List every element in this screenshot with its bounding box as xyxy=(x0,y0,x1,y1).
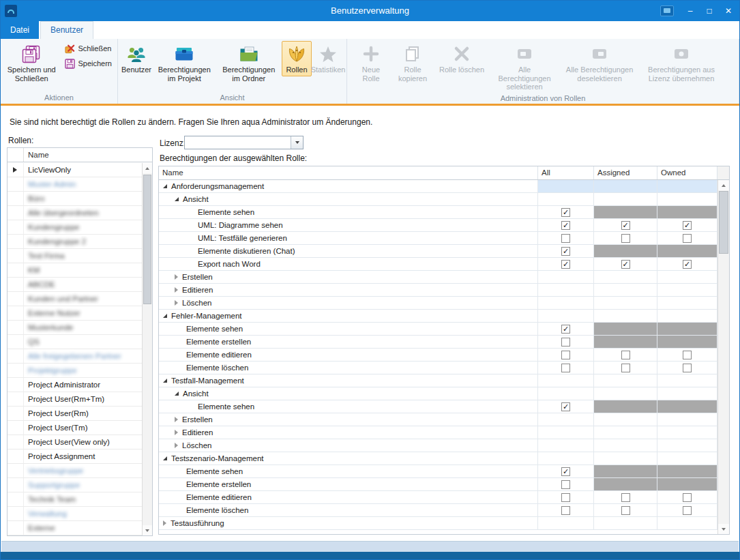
role-list-item[interactable]: Externe Nutzer xyxy=(8,306,142,321)
checkbox-unchecked[interactable] xyxy=(561,506,570,515)
roles-scrollbar[interactable] xyxy=(142,163,152,535)
collapse-arrow-icon[interactable] xyxy=(175,392,179,396)
permission-row[interactable]: Testszenario-Management xyxy=(159,452,717,465)
checkbox-unchecked[interactable] xyxy=(621,493,630,502)
role-list-item[interactable]: Project Assignment xyxy=(8,450,142,464)
role-list-item[interactable]: Test Firma xyxy=(8,249,142,263)
checkbox-unchecked[interactable] xyxy=(561,338,570,347)
permission-row[interactable]: Erstellen xyxy=(159,413,717,426)
role-list-item[interactable]: Project User(Tm) xyxy=(8,421,142,435)
permission-row[interactable]: Elemente löschen xyxy=(159,362,717,374)
checkbox-unchecked[interactable] xyxy=(683,493,692,502)
scroll-down-icon[interactable] xyxy=(718,524,729,534)
save-button[interactable]: Speichern xyxy=(62,56,115,71)
tab-datei[interactable]: Datei xyxy=(1,21,39,39)
permission-row[interactable]: Editieren xyxy=(159,284,717,297)
column-header-owned[interactable]: Owned xyxy=(657,166,717,179)
checkbox-checked[interactable]: ✓ xyxy=(561,402,570,411)
permission-row[interactable]: Editieren xyxy=(159,426,717,439)
collapse-arrow-icon[interactable] xyxy=(175,197,179,201)
checkbox-unchecked[interactable] xyxy=(683,351,692,359)
checkbox-unchecked[interactable] xyxy=(621,506,630,515)
role-list-item[interactable]: Muster Admin xyxy=(8,177,142,192)
collapse-arrow-icon[interactable] xyxy=(163,184,167,188)
expand-arrow-icon[interactable] xyxy=(175,417,178,422)
role-list-item[interactable]: Kundengruppe xyxy=(8,220,142,235)
expand-arrow-icon[interactable] xyxy=(175,274,178,280)
role-list-item[interactable]: Project User(Rm) xyxy=(8,407,142,421)
expand-arrow-icon[interactable] xyxy=(175,287,178,293)
scroll-up-icon[interactable] xyxy=(143,163,152,173)
permission-row[interactable]: Elemente erstellen xyxy=(159,336,717,349)
permission-row[interactable]: Löschen xyxy=(159,297,717,310)
role-list-item[interactable]: Verwaltung xyxy=(8,507,142,521)
permission-row[interactable]: Fehler-Management xyxy=(159,310,717,323)
role-list-item[interactable]: Musterkunde xyxy=(8,321,142,335)
checkbox-checked[interactable]: ✓ xyxy=(561,325,570,334)
role-list-item[interactable]: Supportgruppe xyxy=(8,478,142,492)
permission-row[interactable]: Ansicht xyxy=(159,387,717,400)
tab-benutzer[interactable]: Benutzer xyxy=(40,21,93,39)
checkbox-unchecked[interactable] xyxy=(561,493,570,502)
ribbon-button-rollen[interactable]: Rollen xyxy=(282,41,312,76)
checkbox-checked[interactable]: ✓ xyxy=(561,208,570,217)
checkbox-unchecked[interactable] xyxy=(561,351,570,359)
role-list-item[interactable]: Kundengruppe 2 xyxy=(8,235,142,249)
checkbox-checked[interactable]: ✓ xyxy=(561,467,570,476)
expand-arrow-icon[interactable] xyxy=(175,443,178,448)
checkbox-checked[interactable]: ✓ xyxy=(621,260,630,269)
license-dropdown[interactable] xyxy=(184,136,304,149)
maximize-button[interactable]: □ xyxy=(700,1,719,21)
collapse-arrow-icon[interactable] xyxy=(163,456,167,460)
permission-row[interactable]: Ansicht xyxy=(159,193,717,206)
expand-arrow-icon[interactable] xyxy=(175,430,178,435)
checkbox-unchecked[interactable] xyxy=(621,364,630,372)
permission-row[interactable]: Löschen xyxy=(159,439,717,452)
role-list-item[interactable]: Project Administrator xyxy=(8,378,142,392)
checkbox-unchecked[interactable] xyxy=(683,364,692,372)
collapse-arrow-icon[interactable] xyxy=(163,379,167,383)
permission-row[interactable]: Elemente editieren xyxy=(159,491,717,504)
role-list-item[interactable]: Kunden und Partner xyxy=(8,292,142,306)
close-window-button[interactable]: Schließen xyxy=(62,41,115,56)
scroll-up-icon[interactable] xyxy=(718,180,729,190)
close-button[interactable]: ✕ xyxy=(719,1,738,21)
checkbox-unchecked[interactable] xyxy=(561,234,570,243)
permission-row[interactable]: Anforderungsmanagement xyxy=(159,180,717,193)
titlebar-style-button[interactable] xyxy=(660,5,674,16)
checkbox-checked[interactable]: ✓ xyxy=(561,221,570,230)
permission-row[interactable]: Elemente sehen✓ xyxy=(159,400,717,413)
permission-row[interactable]: Elemente editieren xyxy=(159,349,717,362)
permission-row[interactable]: Elemente löschen xyxy=(159,504,717,517)
checkbox-unchecked[interactable] xyxy=(561,480,570,489)
scroll-thumb[interactable] xyxy=(143,175,151,304)
permissions-scrollbar[interactable] xyxy=(717,180,729,534)
permission-row[interactable]: Testausführung xyxy=(159,517,717,530)
scroll-down-icon[interactable] xyxy=(143,525,152,535)
checkbox-checked[interactable]: ✓ xyxy=(683,260,692,269)
permission-row[interactable]: Erstellen xyxy=(159,271,717,284)
column-header-name[interactable]: Name xyxy=(159,166,538,179)
column-header-assigned[interactable]: Assigned xyxy=(594,166,657,179)
permission-row[interactable]: UML: Diagramme sehen✓✓✓ xyxy=(159,219,717,232)
role-list-item[interactable]: Alle übergeordneten xyxy=(8,206,142,220)
permission-row[interactable]: Export nach Word✓✓✓ xyxy=(159,258,717,271)
permission-row[interactable]: Elemente diskutieren (Chat)✓ xyxy=(159,245,717,258)
expand-arrow-icon[interactable] xyxy=(175,300,178,306)
permission-row[interactable]: Testfall-Management xyxy=(159,374,717,387)
checkbox-unchecked[interactable] xyxy=(561,364,570,372)
expand-arrow-icon[interactable] xyxy=(163,520,166,526)
checkbox-unchecked[interactable] xyxy=(683,234,692,243)
ribbon-button-benutzer[interactable]: Benutzer xyxy=(121,41,151,76)
role-list-item[interactable]: Externe xyxy=(8,521,142,535)
roles-name-column-header[interactable]: Name xyxy=(24,148,152,162)
permission-row[interactable]: Elemente sehen✓ xyxy=(159,465,717,478)
checkbox-checked[interactable]: ✓ xyxy=(561,247,570,256)
role-list-item[interactable]: Büro xyxy=(8,192,142,206)
ribbon-button-berechtigungen-im-projekt[interactable]: Berechtigungen im Projekt xyxy=(153,41,216,85)
checkbox-unchecked[interactable] xyxy=(621,351,630,359)
collapse-arrow-icon[interactable] xyxy=(163,314,167,318)
role-list-item[interactable]: KM xyxy=(8,263,142,278)
checkbox-unchecked[interactable] xyxy=(621,234,630,243)
permission-row[interactable]: Elemente sehen✓ xyxy=(159,206,717,219)
